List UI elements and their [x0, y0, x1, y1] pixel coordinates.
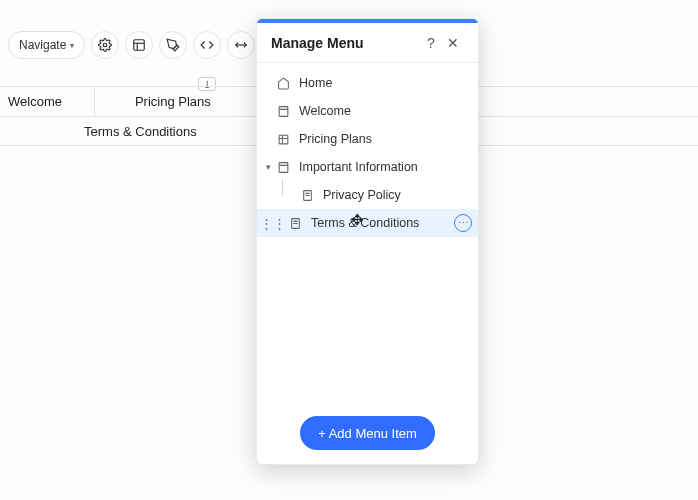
arrows-horizontal-icon[interactable]	[227, 31, 255, 59]
menu-item-privacy-policy[interactable]: Privacy Policy	[257, 181, 478, 209]
navigate-label: Navigate	[19, 38, 66, 52]
package-icon	[277, 133, 291, 146]
menu-item-label: Terms & Conditions	[311, 216, 419, 230]
page-subtitle: Terms & Conditions	[84, 124, 197, 139]
manage-menu-panel: Manage Menu ? ✕ Home Welcome Pricing Pla…	[256, 18, 479, 465]
add-menu-item-button[interactable]: + Add Menu Item	[300, 416, 435, 450]
page-icon	[277, 105, 291, 118]
menu-tree: Home Welcome Pricing Plans Important Inf…	[257, 63, 478, 402]
menu-item-label: Pricing Plans	[299, 132, 372, 146]
menu-item-label: Home	[299, 76, 332, 90]
tab-welcome[interactable]: Welcome	[0, 87, 95, 116]
tree-guide	[282, 179, 283, 195]
svg-rect-7	[279, 106, 288, 116]
svg-rect-1	[134, 40, 145, 51]
drag-handle-icon[interactable]: ⋮⋮	[260, 216, 286, 231]
gear-icon[interactable]	[91, 31, 119, 59]
close-icon[interactable]: ✕	[442, 32, 464, 54]
svg-point-0	[104, 43, 108, 47]
navigate-button[interactable]: Navigate ▾	[8, 31, 85, 59]
panel-footer: + Add Menu Item	[257, 402, 478, 464]
panel-title: Manage Menu	[271, 35, 420, 51]
chevron-down-icon: ▾	[70, 41, 74, 50]
page-icon	[289, 217, 303, 230]
svg-rect-12	[279, 162, 288, 172]
panel-help-icon[interactable]: ?	[420, 32, 442, 54]
tab-pricing-plans[interactable]: Pricing Plans	[95, 87, 262, 116]
page-icon	[301, 189, 315, 202]
code-icon[interactable]	[193, 31, 221, 59]
menu-item-label: Welcome	[299, 104, 351, 118]
menu-item-home[interactable]: Home	[257, 69, 478, 97]
home-icon	[277, 77, 291, 90]
panel-header: Manage Menu ? ✕	[257, 23, 478, 63]
menu-item-terms-conditions[interactable]: ⋮⋮ Terms & Conditions ⋯ ✥	[257, 209, 478, 237]
row-more-icon[interactable]: ⋯	[454, 214, 472, 232]
menu-item-label: Privacy Policy	[323, 188, 401, 202]
menu-item-pricing-plans[interactable]: Pricing Plans	[257, 125, 478, 153]
svg-rect-9	[279, 135, 288, 144]
menu-item-important-information[interactable]: Important Information	[257, 153, 478, 181]
layout-icon[interactable]	[125, 31, 153, 59]
top-toolbar: Navigate ▾	[0, 31, 297, 59]
menu-item-welcome[interactable]: Welcome	[257, 97, 478, 125]
menu-item-label: Important Information	[299, 160, 418, 174]
page-icon	[277, 161, 291, 174]
brush-icon[interactable]	[159, 31, 187, 59]
